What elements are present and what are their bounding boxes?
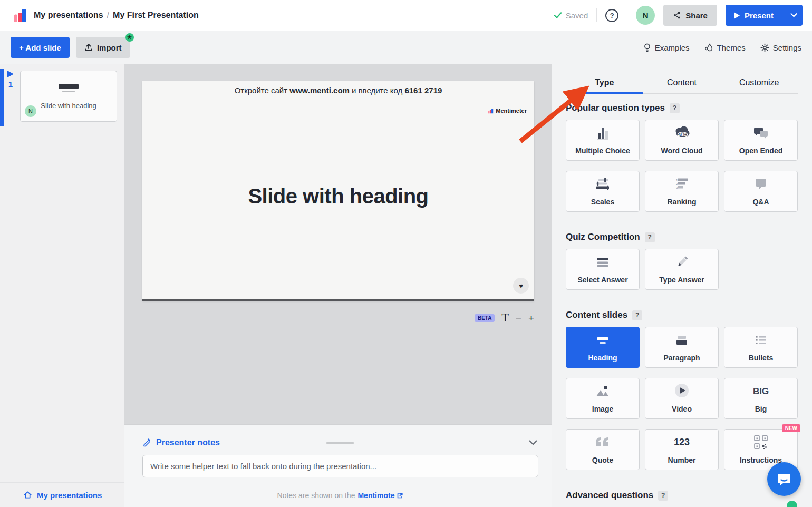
lightbulb-icon [643, 43, 651, 52]
card-q-a[interactable]: Q&A [724, 171, 798, 212]
notes-collapse-button[interactable] [528, 440, 538, 446]
text-size-tool[interactable]: T [501, 313, 508, 323]
card-label: Quote [592, 456, 613, 464]
slide-canvas: Откройте сайт www.menti.com и введите ко… [124, 64, 552, 425]
card-big[interactable]: BIGBig [724, 378, 798, 419]
help-badge[interactable]: ? [632, 310, 642, 320]
select-answer-icon [593, 253, 612, 271]
zoom-out-button[interactable]: − [516, 313, 521, 323]
card-label: Open Ended [739, 147, 782, 155]
section-title: Quiz Competition [566, 232, 640, 242]
chat-bubble-icon [776, 471, 792, 487]
tab-content[interactable]: Content [643, 78, 721, 93]
tab-type[interactable]: Type [566, 78, 643, 93]
card-label: Ranking [667, 198, 696, 206]
my-presentations-link[interactable]: My presentations [0, 482, 124, 507]
section-title: Popular question types [566, 103, 665, 113]
import-button-label: Import [97, 43, 122, 52]
join-instruction: Откройте сайт www.menti.com и введите ко… [142, 86, 534, 95]
svg-text:ABC: ABC [679, 133, 686, 136]
panel-sections: Popular question types?Multiple ChoiceAB… [566, 103, 798, 501]
presenter-notes-panel: Presenter notes Notes are shown on the M… [124, 425, 552, 507]
slide-play-icon [7, 71, 14, 77]
card-label: Multiple Choice [575, 147, 630, 155]
heading-icon [593, 331, 612, 349]
card-label: Heading [588, 354, 617, 362]
ranking-icon: 123 [672, 175, 691, 193]
notes-drag-handle[interactable] [326, 442, 354, 444]
card-select-answer[interactable]: Select Answer [566, 249, 640, 290]
card-multiple-choice[interactable]: Multiple Choice [566, 120, 640, 161]
card-label: Big [755, 405, 767, 413]
mentimeter-logo-icon[interactable] [13, 8, 27, 23]
card-bullets[interactable]: Bullets [724, 327, 798, 368]
card-grid: Select AnswerType Answer [566, 249, 798, 290]
section-title: Advanced questions [566, 490, 653, 501]
mentimote-link[interactable]: Mentimote [357, 491, 403, 500]
home-icon [23, 491, 32, 499]
present-button-label: Present [745, 11, 774, 20]
slide-thumbnail[interactable]: Slide with heading N [20, 71, 117, 122]
mentimeter-editor: My presentations / My First Presentation… [0, 0, 812, 507]
card-label: Q&A [752, 198, 769, 206]
top-header: My presentations / My First Presentation… [0, 0, 812, 31]
slide-preview[interactable]: Откройте сайт www.menti.com и введите ко… [142, 81, 534, 301]
card-label: Word Cloud [661, 147, 702, 155]
video-icon [672, 383, 691, 401]
settings-button[interactable]: Settings [760, 43, 801, 52]
help-badge[interactable]: ? [645, 232, 655, 242]
card-number[interactable]: 123Number [645, 429, 719, 470]
heart-icon: ♥ [519, 282, 523, 290]
quote-icon [593, 434, 612, 452]
card-scales[interactable]: Scales [566, 171, 640, 212]
help-badge[interactable]: ? [670, 103, 680, 113]
heading-bar-icon [59, 84, 79, 89]
mentimeter-logo-small-icon [488, 108, 494, 114]
card-label: Number [668, 456, 696, 464]
card-ranking[interactable]: 123Ranking [645, 171, 719, 212]
present-button[interactable]: Present [726, 5, 803, 26]
card-paragraph[interactable]: Paragraph [645, 327, 719, 368]
chat-launcher-button[interactable] [767, 462, 801, 496]
card-label: Image [592, 405, 613, 413]
card-word-cloud[interactable]: ABCWord Cloud [645, 120, 719, 161]
active-slide-indicator [0, 69, 4, 126]
section-heading: Quiz Competition? [566, 232, 798, 242]
examples-button[interactable]: Examples [643, 43, 690, 52]
card-heading[interactable]: Heading [566, 327, 640, 368]
card-label: Select Answer [577, 276, 627, 284]
share-icon [673, 11, 681, 19]
breadcrumb-parent[interactable]: My presentations [34, 11, 103, 20]
zoom-in-button[interactable]: + [528, 313, 534, 323]
card-label: Paragraph [663, 354, 700, 362]
card-image[interactable]: Image [566, 378, 640, 419]
card-open-ended[interactable]: Open Ended [724, 120, 798, 161]
help-badge[interactable]: ? [658, 491, 668, 501]
slide-heading[interactable]: Slide with heading [142, 184, 534, 208]
card-video[interactable]: Video [645, 378, 719, 419]
share-button[interactable]: Share [663, 5, 717, 26]
card-quote[interactable]: Quote [566, 429, 640, 470]
themes-button[interactable]: Themes [704, 43, 746, 52]
tab-customize[interactable]: Customize [720, 78, 798, 93]
card-label: Scales [591, 198, 614, 206]
add-slide-button[interactable]: + Add slide [11, 37, 70, 58]
breadcrumb-current: My First Presentation [113, 11, 199, 20]
scales-icon [593, 175, 612, 193]
my-presentations-label: My presentations [37, 491, 102, 500]
active-tab-indicator [566, 92, 643, 94]
help-button[interactable]: ? [605, 9, 618, 22]
section-title: Content slides [566, 310, 627, 320]
card-label: Type Answer [659, 276, 704, 284]
card-type-answer[interactable]: Type Answer [645, 249, 719, 290]
open-ended-icon [751, 124, 770, 142]
presenter-notes-toggle[interactable]: Presenter notes [142, 438, 220, 447]
heart-button[interactable]: ♥ [513, 278, 529, 294]
present-dropdown-button[interactable] [785, 5, 803, 26]
presenter-notes-input[interactable] [142, 455, 538, 477]
card-label: Bullets [749, 354, 774, 362]
pencil-icon [142, 438, 151, 447]
import-button[interactable]: Import ★ [76, 37, 130, 58]
star-icon: ★ [125, 33, 134, 42]
avatar[interactable]: N [636, 6, 655, 25]
